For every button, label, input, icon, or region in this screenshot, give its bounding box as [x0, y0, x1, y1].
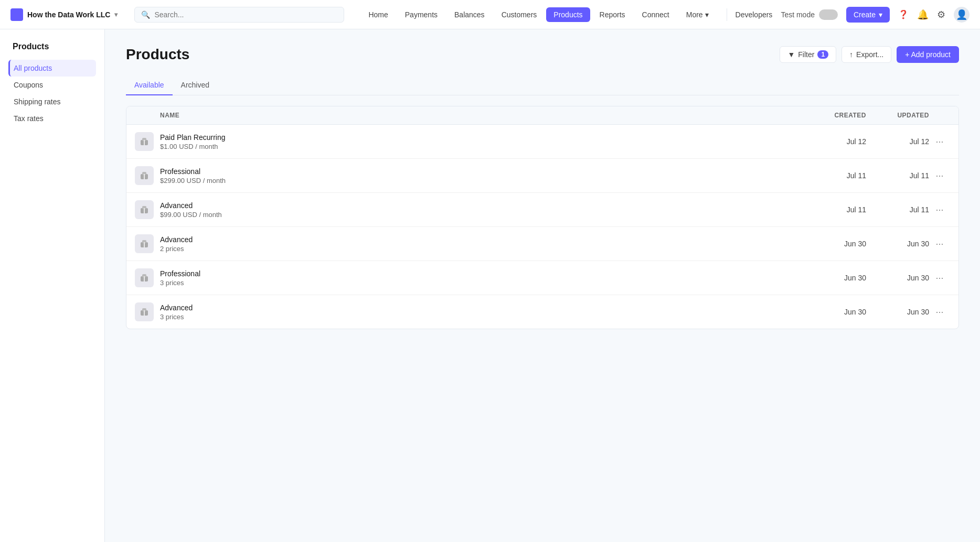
updated-date: Jun 30 [866, 308, 929, 316]
product-info: Paid Plan Recurring $1.00 USD / month [160, 133, 803, 150]
search-icon: 🔍 [141, 10, 150, 19]
tab-archived[interactable]: Archived [173, 75, 218, 95]
col-updated: UPDATED [866, 112, 929, 119]
nav-item-more[interactable]: More ▾ [679, 7, 716, 22]
table-row[interactable]: Advanced $99.00 USD / month Jul 11 Jul 1… [126, 193, 958, 227]
product-price: 3 prices [160, 279, 803, 287]
table-row[interactable]: Paid Plan Recurring $1.00 USD / month Ju… [126, 125, 958, 159]
created-date: Jun 30 [803, 308, 866, 316]
product-price: 2 prices [160, 245, 803, 253]
products-table: NAME CREATED UPDATED Paid Plan Recurring… [126, 106, 959, 329]
add-product-label: + Add product [905, 50, 951, 59]
product-name: Paid Plan Recurring [160, 133, 803, 142]
nav-item-reports[interactable]: Reports [592, 7, 633, 22]
bell-icon[interactable]: 🔔 [917, 9, 929, 20]
updated-date: Jul 11 [866, 205, 929, 214]
product-info: Advanced 3 prices [160, 303, 803, 321]
created-date: Jul 11 [803, 205, 866, 214]
sidebar-title: Products [8, 42, 96, 51]
gear-icon[interactable]: ⚙ [937, 9, 945, 20]
company-name: How the Data Work LLC [27, 10, 110, 19]
sidebar-item-all-products[interactable]: All products [8, 60, 96, 77]
nav-item-customers[interactable]: Customers [494, 7, 545, 22]
header-actions: ▼ Filter 1 ↑ Export... + Add product [780, 46, 959, 63]
filter-count-badge: 1 [817, 50, 828, 59]
filter-icon: ▼ [787, 50, 795, 59]
product-info: Professional $299.00 USD / month [160, 167, 803, 185]
main-content: Products ▼ Filter 1 ↑ Export... + Add pr… [105, 29, 980, 542]
product-tabs: Available Archived [126, 75, 959, 95]
tab-available[interactable]: Available [126, 75, 173, 95]
product-name: Professional [160, 269, 803, 278]
add-product-button[interactable]: + Add product [897, 46, 959, 63]
create-button[interactable]: Create ▾ [846, 7, 890, 23]
table-row[interactable]: Professional 3 prices Jun 30 Jun 30 ··· [126, 261, 958, 295]
row-more-button[interactable]: ··· [929, 270, 950, 286]
created-date: Jun 30 [803, 274, 866, 282]
product-info: Advanced 2 prices [160, 235, 803, 253]
col-created: CREATED [803, 112, 866, 119]
export-label: Export... [856, 50, 883, 59]
row-more-button[interactable]: ··· [929, 305, 950, 320]
company-chevron-icon: ▾ [114, 11, 118, 18]
created-date: Jul 12 [803, 137, 866, 146]
logo-icon [10, 8, 23, 21]
table-row[interactable]: Advanced 3 prices Jun 30 Jun 30 ··· [126, 295, 958, 329]
search-bar: 🔍 [134, 7, 344, 23]
developers-link[interactable]: Developers [736, 10, 773, 19]
table-row[interactable]: Professional $299.00 USD / month Jul 11 … [126, 159, 958, 193]
export-button[interactable]: ↑ Export... [841, 46, 891, 63]
sidebar: Products All products Coupons Shipping r… [0, 29, 105, 542]
create-label: Create [854, 10, 876, 19]
product-icon [135, 268, 154, 287]
filter-label: Filter [798, 50, 814, 59]
product-info: Professional 3 prices [160, 269, 803, 287]
row-more-button[interactable]: ··· [929, 134, 950, 149]
topbar: How the Data Work LLC ▾ 🔍 Home Payments … [0, 0, 980, 29]
row-more-button[interactable]: ··· [929, 168, 950, 183]
divider [727, 8, 727, 21]
sidebar-item-tax-rates[interactable]: Tax rates [8, 110, 96, 127]
search-input[interactable] [154, 10, 337, 19]
table-row[interactable]: Advanced 2 prices Jun 30 Jun 30 ··· [126, 227, 958, 261]
product-icon [135, 200, 154, 219]
col-name: NAME [160, 112, 803, 119]
page-header: Products ▼ Filter 1 ↑ Export... + Add pr… [126, 46, 959, 63]
row-more-button[interactable]: ··· [929, 202, 950, 218]
test-mode-label: Test mode [781, 10, 815, 19]
nav-item-products[interactable]: Products [546, 7, 590, 22]
sidebar-item-shipping-rates[interactable]: Shipping rates [8, 93, 96, 110]
product-info: Advanced $99.00 USD / month [160, 201, 803, 219]
top-nav: Home Payments Balances Customers Product… [361, 7, 720, 22]
create-chevron-icon: ▾ [879, 10, 882, 19]
export-icon: ↑ [849, 50, 853, 59]
user-avatar-icon[interactable]: 👤 [954, 7, 970, 23]
product-price: $299.00 USD / month [160, 177, 803, 185]
updated-date: Jul 11 [866, 171, 929, 180]
col-actions [929, 112, 950, 119]
created-date: Jun 30 [803, 240, 866, 248]
filter-button[interactable]: ▼ Filter 1 [780, 46, 836, 63]
topbar-right: Developers Test mode Create ▾ ❓ 🔔 ⚙ 👤 [727, 7, 970, 23]
help-icon[interactable]: ❓ [898, 9, 909, 19]
test-mode-toggle[interactable]: Test mode [781, 9, 838, 20]
product-price: 3 prices [160, 313, 803, 321]
nav-item-payments[interactable]: Payments [398, 7, 445, 22]
company-logo[interactable]: How the Data Work LLC ▾ [10, 8, 118, 21]
nav-item-connect[interactable]: Connect [635, 7, 677, 22]
nav-item-balances[interactable]: Balances [447, 7, 492, 22]
product-icon [135, 166, 154, 185]
test-mode-switch[interactable] [819, 9, 838, 20]
product-price: $1.00 USD / month [160, 143, 803, 150]
col-icon [135, 112, 160, 119]
product-icon [135, 132, 154, 151]
row-more-button[interactable]: ··· [929, 236, 950, 252]
product-name: Professional [160, 167, 803, 176]
product-icon [135, 302, 154, 321]
nav-item-home[interactable]: Home [361, 7, 395, 22]
product-icon [135, 234, 154, 253]
sidebar-item-coupons[interactable]: Coupons [8, 77, 96, 93]
product-name: Advanced [160, 303, 803, 312]
updated-date: Jul 12 [866, 137, 929, 146]
table-header: NAME CREATED UPDATED [126, 106, 958, 125]
